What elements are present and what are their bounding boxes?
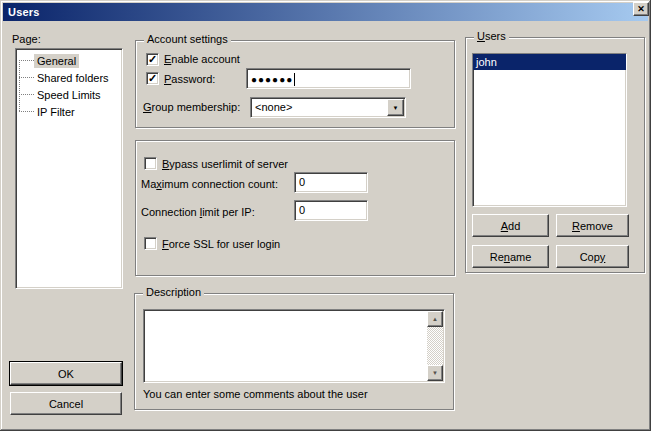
password-label[interactable]: Password: — [164, 73, 215, 85]
add-button-label: Add — [501, 220, 521, 232]
max-connection-count-label: Maximum connection count: — [141, 178, 278, 190]
remove-button-label: Remove — [572, 220, 613, 232]
users-group-title: Users — [474, 30, 509, 42]
force-ssl-checkbox[interactable]: ✓ — [144, 237, 157, 250]
scroll-up-button[interactable]: ▲ — [427, 311, 443, 327]
dropdown-button[interactable]: ▼ — [387, 99, 404, 116]
ok-button-label: OK — [58, 368, 74, 380]
tree-item-ip-filter[interactable]: IP Filter — [16, 103, 78, 120]
account-settings-group: Account settings ✓ Enable account ✓ Pass… — [135, 40, 455, 128]
cancel-button-label: Cancel — [49, 398, 83, 410]
dialog-frame: Users ✕ Page: General Shared folders Spe… — [0, 0, 651, 431]
tree-item-label: Shared folders — [34, 71, 112, 85]
tree-item-shared-folders[interactable]: Shared folders — [16, 69, 112, 86]
enable-account-checkbox[interactable]: ✓ — [146, 53, 159, 66]
tree-elbow-icon — [19, 60, 34, 61]
group-membership-select[interactable]: <none> ▼ — [250, 97, 406, 118]
password-input[interactable]: ●●●●●● — [246, 68, 411, 89]
max-connection-count-input[interactable]: 0 — [294, 172, 368, 193]
checkmark-icon: ✓ — [148, 73, 157, 84]
description-title: Description — [143, 286, 204, 298]
users-group: Users john Add Remove Rename Copy — [465, 37, 645, 273]
users-dialog: Users ✕ Page: General Shared folders Spe… — [0, 0, 651, 431]
copy-user-button[interactable]: Copy — [556, 245, 629, 268]
connection-limit-per-ip-label: Connection limit per IP: — [141, 206, 255, 218]
users-list[interactable]: john — [472, 53, 627, 207]
user-list-item-john[interactable]: john — [473, 54, 626, 70]
page-tree[interactable]: General Shared folders Speed Limits IP F… — [15, 48, 123, 289]
tree-item-speed-limits[interactable]: Speed Limits — [16, 86, 104, 103]
description-scrollbar[interactable]: ▲ ▼ — [427, 311, 443, 381]
bypass-userlimit-label[interactable]: Bypass userlimit of server — [162, 158, 288, 170]
scroll-up-icon: ▲ — [432, 316, 438, 322]
scroll-down-button[interactable]: ▼ — [427, 365, 443, 381]
connection-limit-per-ip-value: 0 — [299, 204, 305, 216]
tree-item-label: IP Filter — [34, 105, 78, 119]
copy-button-label: Copy — [580, 251, 606, 263]
tree-item-general[interactable]: General — [16, 52, 79, 69]
close-button[interactable]: ✕ — [633, 2, 649, 16]
add-user-button[interactable]: Add — [472, 214, 549, 237]
description-hint: You can enter some comments about the us… — [143, 388, 368, 400]
tree-item-label: General — [34, 54, 79, 68]
rename-user-button[interactable]: Rename — [472, 245, 549, 268]
max-connection-count-value: 0 — [299, 176, 305, 188]
ok-button[interactable]: OK — [10, 362, 122, 385]
description-textarea[interactable]: ▲ ▼ — [143, 309, 445, 383]
rename-button-label: Rename — [490, 251, 532, 263]
tree-elbow-icon — [19, 111, 34, 112]
group-membership-label: Group membership: — [143, 101, 240, 113]
page-panel-label: Page: — [12, 33, 41, 45]
checkmark-icon: ✓ — [148, 54, 157, 65]
tree-elbow-icon — [19, 77, 34, 78]
force-ssl-label[interactable]: Force SSL for user login — [162, 238, 280, 250]
password-checkbox[interactable]: ✓ — [146, 72, 159, 85]
scroll-down-icon: ▼ — [432, 370, 438, 376]
close-icon: ✕ — [637, 5, 645, 14]
chevron-down-icon: ▼ — [393, 105, 399, 111]
user-name: john — [476, 56, 497, 68]
window-title: Users — [8, 6, 40, 18]
account-settings-title: Account settings — [144, 33, 231, 45]
tree-elbow-icon — [19, 94, 34, 95]
text-caret — [294, 73, 295, 86]
limits-group: ✓ Bypass userlimit of server Maximum con… — [135, 140, 455, 276]
connection-limit-per-ip-input[interactable]: 0 — [294, 200, 368, 221]
password-masked-value: ●●●●●● — [251, 74, 293, 85]
bypass-userlimit-checkbox[interactable]: ✓ — [144, 157, 157, 170]
tree-item-label: Speed Limits — [34, 88, 104, 102]
group-membership-value: <none> — [255, 101, 385, 113]
remove-user-button[interactable]: Remove — [556, 214, 629, 237]
titlebar: Users — [3, 3, 648, 21]
cancel-button[interactable]: Cancel — [10, 392, 122, 415]
description-group: Description ▲ ▼ You can enter some comme… — [134, 293, 454, 410]
enable-account-label[interactable]: Enable account — [164, 53, 240, 65]
